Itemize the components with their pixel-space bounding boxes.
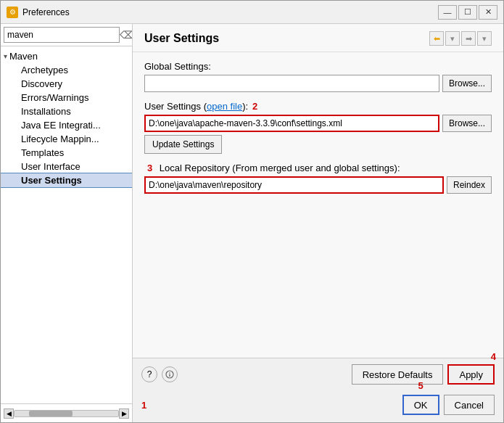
tree-item-archetypes[interactable]: Archetypes <box>1 63 132 77</box>
bottom-icons: ? <box>141 366 178 382</box>
left-panel: ⌫ ▾ Maven Archetypes Discovery Errors/Wa… <box>1 24 133 422</box>
preferences-window: ⚙ Preferences — ☐ ✕ ⌫ ▾ Maven Archetypes <box>0 0 504 423</box>
local-repo-section-label: 3 Local Repository (From merged user and… <box>144 163 492 173</box>
close-button[interactable]: ✕ <box>479 5 497 20</box>
minimize-button[interactable]: — <box>438 5 457 20</box>
search-bar: ⌫ <box>1 24 132 46</box>
svg-rect-2 <box>169 374 170 377</box>
search-clear-icon[interactable]: ⌫ <box>121 29 133 41</box>
global-browse-button[interactable]: Browse... <box>442 75 492 92</box>
ok-button[interactable]: OK <box>402 395 439 415</box>
help-icon[interactable]: ? <box>141 366 157 382</box>
nav-forward-button[interactable]: ➡ <box>461 31 476 46</box>
user-settings-input[interactable] <box>144 115 439 132</box>
tree-item-installations[interactable]: Installations <box>1 104 132 118</box>
nav-buttons: ⬅ ▾ ➡ ▾ <box>429 31 492 46</box>
main-content: ⌫ ▾ Maven Archetypes Discovery Errors/Wa… <box>1 24 503 422</box>
panel-title: User Settings <box>144 32 219 45</box>
panel-body: Global Settings: Browse... User Settings… <box>133 52 503 358</box>
title-bar: ⚙ Preferences — ☐ ✕ <box>1 1 503 24</box>
annotation-badge-3: 3 <box>147 163 152 173</box>
local-repo-row: Reindex <box>144 176 492 194</box>
nav-back-button[interactable]: ⬅ <box>429 31 444 46</box>
tree-maven-parent[interactable]: ▾ Maven <box>1 49 132 63</box>
ok-cancel-bar: 1 5 OK Cancel <box>133 390 503 422</box>
user-settings-label: User Settings (open file):2 <box>144 101 492 112</box>
search-input[interactable] <box>4 27 120 43</box>
annotation-4: 4 <box>491 351 496 362</box>
user-settings-row: Browse... <box>144 115 492 132</box>
bottom-bar: ? Restore Defaults 4 Apply <box>133 358 503 390</box>
local-repo-input[interactable] <box>144 176 444 194</box>
global-settings-row: Browse... <box>144 75 492 92</box>
annotation-1-area: 1 <box>141 400 149 411</box>
nav-forward-dropdown[interactable]: ▾ <box>477 31 492 46</box>
right-panel: User Settings ⬅ ▾ ➡ ▾ Global Settings: B… <box>133 24 503 422</box>
scroll-thumb <box>29 411 73 416</box>
local-repo-group: 3 Local Repository (From merged user and… <box>144 163 492 194</box>
window-title: Preferences <box>22 7 438 17</box>
scroll-track[interactable] <box>14 410 119 417</box>
cancel-button[interactable]: Cancel <box>444 395 495 415</box>
tree-item-discovery[interactable]: Discovery <box>1 77 132 91</box>
expand-icon: ▾ <box>4 52 7 60</box>
restore-defaults-button[interactable]: Restore Defaults <box>352 364 444 385</box>
user-settings-group: User Settings (open file):2 Browse... Up… <box>144 101 492 154</box>
user-browse-button[interactable]: Browse... <box>442 115 492 132</box>
reindex-button[interactable]: Reindex <box>447 176 492 194</box>
annotation-badge-2: 2 <box>252 101 257 112</box>
tree-area: ▾ Maven Archetypes Discovery Errors/Warn… <box>1 46 132 403</box>
tree-item-javaee[interactable]: Java EE Integrati... <box>1 118 132 132</box>
scroll-right-arrow[interactable]: ▶ <box>119 408 129 419</box>
ok-cancel-buttons: 5 OK Cancel <box>402 395 495 415</box>
scroll-left-arrow[interactable]: ◀ <box>4 408 14 419</box>
window-icon: ⚙ <box>7 7 18 18</box>
global-settings-group: Global Settings: Browse... <box>144 61 492 92</box>
open-file-link[interactable]: open file <box>207 101 242 112</box>
info-icon[interactable] <box>162 366 178 382</box>
maven-label: Maven <box>9 51 38 62</box>
maximize-button[interactable]: ☐ <box>458 5 477 20</box>
tree-item-user-settings[interactable]: User Settings <box>1 173 132 187</box>
annotation-1: 1 <box>141 400 146 411</box>
left-bottom-scroll: ◀ ▶ <box>1 403 132 422</box>
tree-item-lifecycle[interactable]: Lifecycle Mappin... <box>1 132 132 146</box>
panel-header: User Settings ⬅ ▾ ➡ ▾ <box>133 24 503 52</box>
update-settings-button[interactable]: Update Settings <box>144 135 222 154</box>
tree-item-templates[interactable]: Templates <box>1 146 132 160</box>
title-bar-buttons: — ☐ ✕ <box>438 5 497 20</box>
svg-point-1 <box>169 372 170 374</box>
tree-item-user-interface[interactable]: User Interface <box>1 160 132 173</box>
annotation-5: 5 <box>418 380 424 391</box>
apply-button[interactable]: Apply <box>447 364 495 385</box>
nav-back-dropdown[interactable]: ▾ <box>445 31 460 46</box>
global-settings-label: Global Settings: <box>144 61 492 72</box>
tree-item-errors-warnings[interactable]: Errors/Warnings <box>1 91 132 104</box>
global-settings-input[interactable] <box>144 75 439 92</box>
